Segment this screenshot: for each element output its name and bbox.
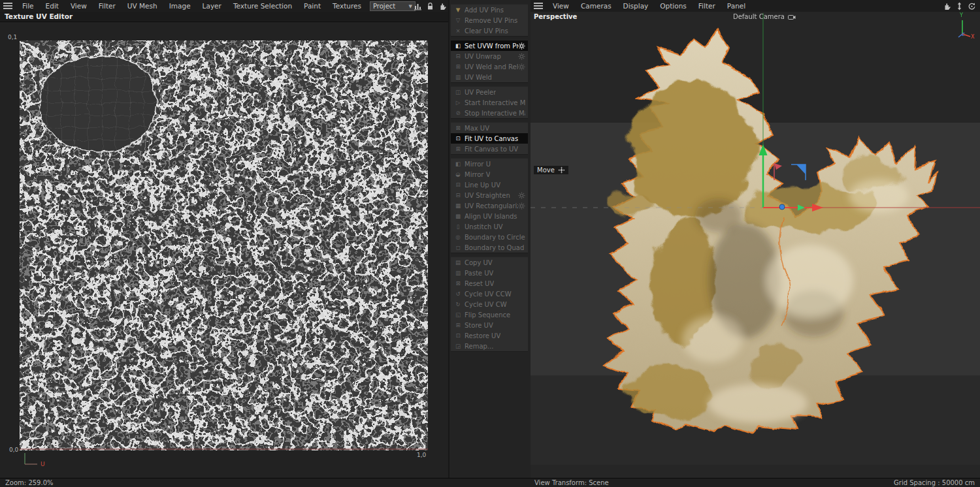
cmd-flip-sequence[interactable]: ◱Flip Sequence bbox=[451, 309, 528, 320]
settings-gear-icon[interactable] bbox=[518, 42, 525, 50]
cmd-align-uv-islands[interactable]: ▩Align UV Islands bbox=[451, 211, 528, 221]
viewport-axis-gizmo[interactable]: Y X Z bbox=[954, 14, 976, 42]
cmd-stop-interactive-mapping[interactable]: ⊘Stop Interactive Mapping bbox=[451, 108, 528, 118]
view-transform-status: View Transform: Scene bbox=[534, 479, 609, 486]
vp-menu-display[interactable]: Display bbox=[617, 2, 655, 10]
uv-editor-tab-label: Texture UV Editor bbox=[5, 12, 73, 20]
vp-menu-cameras[interactable]: Cameras bbox=[575, 2, 617, 10]
pin-icon: ▼ bbox=[454, 7, 462, 13]
cmd-mirror-v[interactable]: ◒Mirror V bbox=[451, 169, 528, 180]
cmd-uv-rectangularize[interactable]: ▦UV Rectangularize bbox=[451, 200, 528, 211]
orbit-rotate-icon[interactable] bbox=[967, 1, 977, 10]
uv-editor-tab[interactable]: Texture UV Editor bbox=[0, 12, 448, 22]
cmd-set-uvw-from-projection[interactable]: ◧Set UVW from Projection bbox=[451, 40, 528, 51]
cmd-label: UV Weld bbox=[465, 74, 492, 81]
cmd-remove-uv-pins[interactable]: ▽Remove UV Pins bbox=[451, 15, 528, 25]
cmd-label: Copy UV bbox=[465, 259, 493, 266]
cmd-paste-uv[interactable]: ▥Paste UV bbox=[451, 268, 528, 278]
cmd-label: Flip Sequence bbox=[465, 311, 510, 319]
cmd-label: Reset UV bbox=[465, 280, 494, 287]
settings-gear-icon[interactable] bbox=[518, 202, 525, 210]
mirror-v-icon: ◒ bbox=[454, 171, 462, 178]
active-tool-tooltip: Move bbox=[534, 166, 568, 174]
cmd-max-uv[interactable]: ⊠Max UV bbox=[451, 123, 528, 133]
pin-remove-icon: ▽ bbox=[454, 17, 462, 24]
cmd-unstitch-uv[interactable]: ▯Unstitch UV bbox=[451, 221, 528, 232]
cmd-store-uv[interactable]: ⊞Store UV bbox=[451, 320, 528, 330]
hamburger-menu-icon[interactable] bbox=[534, 3, 543, 9]
vp-menu-options[interactable]: Options bbox=[654, 2, 693, 10]
hamburger-menu-icon[interactable] bbox=[3, 3, 12, 9]
cmd-uv-peeler[interactable]: ◫UV Peeler bbox=[451, 87, 528, 97]
uv-canvas[interactable] bbox=[20, 40, 428, 450]
menu-edit[interactable]: Edit bbox=[40, 2, 65, 10]
settings-gear-icon[interactable] bbox=[518, 63, 525, 71]
viewport-3d[interactable]: Perspective Default Camera Move Y X Z bbox=[531, 12, 980, 478]
cmd-uv-weld-and-relax[interactable]: ⊞UV Weld and Relax bbox=[451, 61, 528, 72]
menu-image[interactable]: Image bbox=[163, 2, 197, 10]
unstitch-icon: ▯ bbox=[454, 223, 462, 230]
move-tool-icon bbox=[558, 166, 565, 174]
cmd-uv-unwrap[interactable]: ⊟UV Unwrap bbox=[451, 51, 528, 61]
vp-menu-view[interactable]: View bbox=[547, 2, 575, 10]
scene-graphic bbox=[531, 12, 980, 478]
cmd-boundary-to-quad[interactable]: ◻Boundary to Quad bbox=[451, 242, 528, 253]
histogram-icon[interactable] bbox=[413, 1, 423, 10]
cmd-reset-uv[interactable]: ⊠Reset UV bbox=[451, 278, 528, 289]
menu-filter[interactable]: Filter bbox=[93, 2, 122, 10]
cmd-label: Start Interactive Mapping bbox=[465, 99, 525, 106]
cmd-label: Cycle UV CW bbox=[465, 301, 507, 308]
cmd-label: Set UVW from Projection bbox=[465, 42, 518, 50]
cmd-mirror-u[interactable]: ◧Mirror U bbox=[451, 159, 528, 169]
cmd-label: Mirror V bbox=[465, 171, 490, 178]
cmd-boundary-to-circle[interactable]: ◎Boundary to Circle bbox=[451, 232, 528, 242]
cmd-copy-uv[interactable]: ▤Copy UV bbox=[451, 257, 528, 268]
axis-y-label: Y bbox=[960, 12, 963, 18]
menu-view[interactable]: View bbox=[65, 2, 93, 10]
menu-textures[interactable]: Textures bbox=[327, 2, 367, 10]
menu-layer[interactable]: Layer bbox=[197, 2, 227, 10]
pan-hand-icon[interactable] bbox=[942, 1, 952, 10]
cmd-label: Line Up UV bbox=[465, 181, 500, 189]
cmd-uv-straighten[interactable]: ⊟UV Straighten bbox=[451, 190, 528, 200]
cmd-label: Clear UV Pins bbox=[465, 27, 508, 35]
cmd-uv-weld[interactable]: ▥UV Weld bbox=[451, 72, 528, 82]
menu-uv-mesh[interactable]: UV Mesh bbox=[122, 2, 163, 10]
cmd-clear-uv-pins[interactable]: ×Clear UV Pins bbox=[451, 25, 528, 36]
gizmo-z-handle[interactable] bbox=[779, 204, 785, 210]
camera-icon bbox=[788, 14, 796, 20]
settings-gear-icon[interactable] bbox=[518, 53, 525, 60]
cmd-add-uv-pins[interactable]: ▼Add UV Pins bbox=[451, 5, 528, 15]
vp-menu-filter[interactable]: Filter bbox=[693, 2, 721, 10]
cmd-label: Mirror U bbox=[465, 161, 491, 168]
settings-gear-icon[interactable] bbox=[518, 192, 525, 199]
cmd-label: UV Straighten bbox=[465, 192, 510, 199]
vp-menu-panel[interactable]: Panel bbox=[721, 2, 751, 10]
axis-x-label: X bbox=[971, 34, 974, 40]
lock-icon[interactable] bbox=[425, 1, 435, 10]
cmd-line-up-uv[interactable]: ⊟Line Up UV bbox=[451, 180, 528, 190]
cmd-remap[interactable]: ◲Remap... bbox=[451, 341, 528, 351]
menu-paint[interactable]: Paint bbox=[298, 2, 327, 10]
cmd-label: Fit Canvas to UV bbox=[465, 146, 518, 153]
cmd-label: UV Unwrap bbox=[465, 53, 501, 60]
dolly-updown-icon[interactable] bbox=[955, 1, 964, 10]
cmd-cycle-uv-ccw[interactable]: ↺Cycle UV CCW bbox=[451, 289, 528, 299]
project-dropdown[interactable]: Project ▼ bbox=[370, 1, 416, 11]
cmd-start-interactive-mapping[interactable]: ▷Start Interactive Mapping bbox=[451, 97, 528, 108]
menu-texture-selection[interactable]: Texture Selection bbox=[227, 2, 298, 10]
cmd-label: Cycle UV CCW bbox=[465, 291, 512, 298]
pan-hand-icon[interactable] bbox=[438, 1, 448, 10]
zoom-status: Zoom: 259.0% bbox=[5, 479, 54, 486]
cmd-restore-uv[interactable]: ⊡Restore UV bbox=[451, 330, 528, 341]
view-projection-label[interactable]: Perspective bbox=[534, 13, 577, 20]
cmd-cycle-uv-cw[interactable]: ↻Cycle UV CW bbox=[451, 299, 528, 309]
cmd-fit-canvas-to-uv[interactable]: ⊞Fit Canvas to UV bbox=[451, 144, 528, 154]
camera-label[interactable]: Default Camera bbox=[733, 13, 796, 20]
fit-uv-icon: ⊡ bbox=[454, 135, 462, 142]
coral-model[interactable] bbox=[604, 30, 937, 433]
cmd-fit-uv-to-canvas[interactable]: ⊡Fit UV to Canvas bbox=[451, 133, 528, 144]
menu-file[interactable]: File bbox=[16, 2, 40, 10]
projection-icon: ◧ bbox=[454, 42, 462, 49]
store-icon: ⊞ bbox=[454, 322, 462, 328]
